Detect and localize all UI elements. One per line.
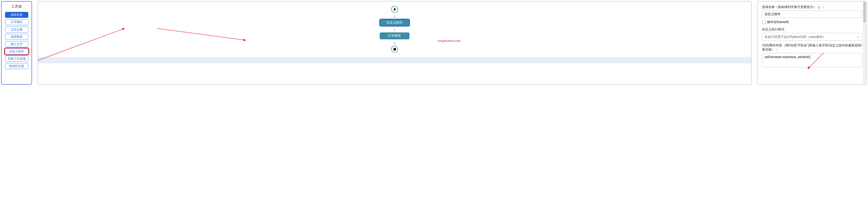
mode-select[interactable]: 在执行环境下运行Python代码（exec操作） (762, 33, 862, 41)
toolbox-title: 工具箱 (11, 3, 22, 10)
option-name-label-text: 选项名称（鼠标移到笑脸可查看提示） (762, 5, 816, 9)
scrollbar-thumb[interactable] (863, 2, 866, 22)
switch-dropdown-button[interactable]: 切换下拉选项 (5, 56, 28, 62)
code-textarea[interactable] (762, 53, 862, 67)
save-task-button[interactable]: 保存任务 (5, 12, 28, 18)
flow-arrow: ↓ (394, 26, 396, 32)
watermark-text: songshuhezi.com (437, 39, 460, 42)
start-node[interactable] (391, 6, 398, 13)
flow-arrow: ↓ (394, 13, 396, 19)
play-icon (394, 8, 396, 11)
svg-line-2 (157, 28, 246, 40)
option-name-label: 选项名称（鼠标移到笑脸可查看提示） ☺ ： (762, 5, 862, 9)
option-name-input[interactable] (762, 10, 862, 18)
drop-indicator (38, 57, 751, 63)
colon: ： (822, 5, 825, 9)
custom-action-button[interactable]: 自定义操作 (5, 49, 28, 54)
iframe-checkbox-row: 操作在iframe内 (762, 20, 862, 24)
extract-data-button[interactable]: 提取数据 (5, 34, 28, 40)
iframe-checkbox[interactable] (762, 20, 766, 24)
flow-arrow: ↓ (394, 39, 396, 46)
input-text-button[interactable]: 输入文字 (5, 41, 28, 47)
properties-panel: 选项名称（鼠标移到笑脸可查看提示） ☺ ： 操作在iframe内 自定义执行模式… (757, 1, 867, 85)
move-to-element-button[interactable]: 移动到元素 (5, 63, 28, 69)
iframe-label: 操作在iframe内 (767, 20, 789, 24)
open-webpage-button[interactable]: 打开网页 (5, 19, 28, 25)
toolbox-panel: 工具箱 保存任务 打开网页 点击元素 提取数据 输入文字 自定义操作 切换下拉选… (1, 1, 32, 85)
svg-line-1 (38, 28, 125, 60)
stop-icon (394, 48, 396, 51)
flow-canvas[interactable]: ↓ 自定义操作 ↓ 打开网页 ↓ songshuhezi.com (38, 1, 751, 85)
code-label: 代码/脚本内容（用Field["字段名"]来输入某字段/自定义操作的最新提取/返… (762, 44, 862, 52)
smiley-icon[interactable]: ☺ (817, 5, 821, 9)
end-node[interactable] (391, 46, 398, 53)
click-element-button[interactable]: 点击元素 (5, 27, 28, 32)
flow-node-open-webpage[interactable]: 打开网页 (380, 32, 409, 39)
scrollbar[interactable] (863, 2, 866, 84)
mode-label: 自定义执行模式 (762, 27, 862, 32)
flow-node-custom-action[interactable]: 自定义操作 (380, 19, 409, 26)
